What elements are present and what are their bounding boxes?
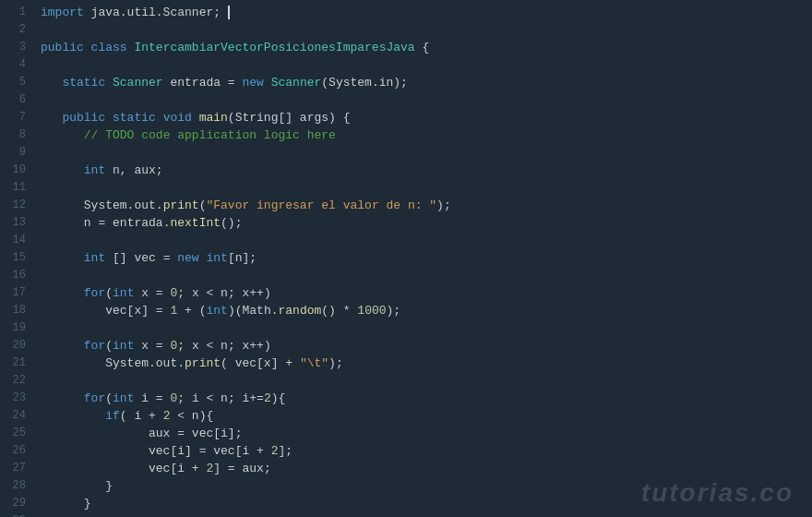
line-number: 18 xyxy=(0,302,33,319)
code-editor: 1234567891011121314151617181920212223242… xyxy=(0,0,812,517)
code-token xyxy=(41,339,84,353)
code-line: // TODO code application logic here xyxy=(41,126,805,144)
code-token xyxy=(41,409,105,423)
code-token: int xyxy=(84,251,105,265)
code-line: aux = vec[i]; xyxy=(41,425,805,442)
code-line: if( i + 2 < n){ xyxy=(41,407,805,425)
code-token: new xyxy=(177,251,206,265)
code-line xyxy=(41,56,805,74)
line-number: 15 xyxy=(0,249,33,267)
code-token: main xyxy=(199,111,228,125)
code-token: new xyxy=(242,76,270,90)
code-token: IntercambiarVectorPosicionesImparesJava xyxy=(134,41,414,54)
line-number: 7 xyxy=(0,109,33,126)
code-token xyxy=(41,111,62,125)
code-token: = xyxy=(177,427,185,440)
code-token: "Favor ingresar el valor de n: " xyxy=(206,198,436,212)
code-line: } xyxy=(41,495,805,512)
code-token: if xyxy=(105,409,120,423)
code-token: (System.in); xyxy=(321,76,408,90)
line-number: 16 xyxy=(0,267,33,284)
code-token: int xyxy=(113,339,134,353)
code-token: [n]; xyxy=(228,251,257,265)
code-token xyxy=(41,76,62,90)
code-token: < n){ xyxy=(170,409,213,423)
code-lines[interactable]: import java.util.Scanner; public class I… xyxy=(33,0,812,517)
code-token: aux; xyxy=(235,462,271,475)
line-number: 21 xyxy=(0,355,33,372)
code-line xyxy=(41,21,805,39)
code-token: 2 xyxy=(264,391,271,405)
code-token: ] xyxy=(213,462,228,475)
code-token: import xyxy=(41,6,91,19)
code-token: 1000 xyxy=(357,304,386,318)
code-token: ; x < n; x++) xyxy=(177,339,270,353)
code-token: entrada xyxy=(163,76,228,90)
line-number: 20 xyxy=(0,337,33,355)
line-number: 2 xyxy=(0,21,33,39)
code-token: )(Math. xyxy=(228,304,279,318)
code-line xyxy=(41,372,805,390)
code-line: static Scanner entrada = new Scanner(Sys… xyxy=(41,74,805,91)
code-token: ( xyxy=(105,286,113,300)
line-number: 11 xyxy=(0,179,33,197)
code-token: ; x < n; x++) xyxy=(177,286,270,300)
code-token: for xyxy=(84,339,105,353)
code-token xyxy=(41,163,84,177)
line-numbers: 1234567891011121314151617181920212223242… xyxy=(0,0,33,517)
code-line: ⊖ public static void main(String[] args)… xyxy=(41,109,805,126)
code-token: System.out. xyxy=(41,198,163,212)
code-token: ; xyxy=(213,6,221,19)
text-cursor xyxy=(221,6,230,19)
code-token: } xyxy=(41,497,91,511)
code-token: Scanner xyxy=(271,76,322,90)
code-token: int xyxy=(206,251,227,265)
code-token: = xyxy=(156,304,163,318)
code-token: vec[x] xyxy=(41,304,156,318)
line-number: 6 xyxy=(0,91,33,109)
code-line: for(int x = 0; x < n; x++) xyxy=(41,337,805,355)
code-token: () * xyxy=(321,304,357,318)
code-line: public class IntercambiarVectorPosicione… xyxy=(41,39,805,56)
line-number: 1 xyxy=(0,4,33,21)
code-token: vec[i]; xyxy=(185,427,242,440)
code-token: = xyxy=(156,339,163,353)
code-token xyxy=(41,251,84,265)
code-token: for xyxy=(84,286,105,300)
line-number: 3 xyxy=(0,39,33,56)
line-number: 29 xyxy=(0,495,33,512)
code-token: entrada. xyxy=(105,216,170,230)
code-token: = xyxy=(156,286,163,300)
code-line: for(int x = 0; x < n; x++) xyxy=(41,284,805,302)
code-line: System.out.print( vec[x] + "\t"); xyxy=(41,355,805,372)
code-token: n xyxy=(41,216,98,230)
code-area[interactable]: 1234567891011121314151617181920212223242… xyxy=(0,0,812,517)
code-token: class xyxy=(91,41,135,54)
code-token: ); xyxy=(387,304,401,318)
code-token: for xyxy=(84,391,105,405)
code-token: static xyxy=(62,76,113,90)
line-number: 10 xyxy=(0,162,33,179)
line-number: 23 xyxy=(0,390,33,407)
code-token: x xyxy=(134,286,155,300)
code-token xyxy=(41,391,84,405)
code-token: java.util.Scanner xyxy=(91,6,214,19)
line-number: 24 xyxy=(0,407,33,425)
code-token: ){ xyxy=(271,391,286,405)
code-line xyxy=(41,144,805,162)
line-number: 12 xyxy=(0,197,33,214)
code-line xyxy=(41,512,805,517)
code-token: int xyxy=(84,163,105,177)
code-token: int xyxy=(206,304,227,318)
code-token: ( xyxy=(105,391,113,405)
code-token: Scanner xyxy=(113,76,163,90)
code-line: System.out.print("Favor ingresar el valo… xyxy=(41,197,805,214)
code-token: vec[i] xyxy=(41,444,199,458)
code-token: nextInt xyxy=(170,216,221,230)
code-line xyxy=(41,179,805,197)
line-number: 17 xyxy=(0,284,33,302)
code-token: public xyxy=(62,111,113,125)
line-number: 14 xyxy=(0,232,33,249)
code-line: vec[x] = 1 + (int)(Math.random() * 1000)… xyxy=(41,302,805,319)
code-line xyxy=(41,91,805,109)
